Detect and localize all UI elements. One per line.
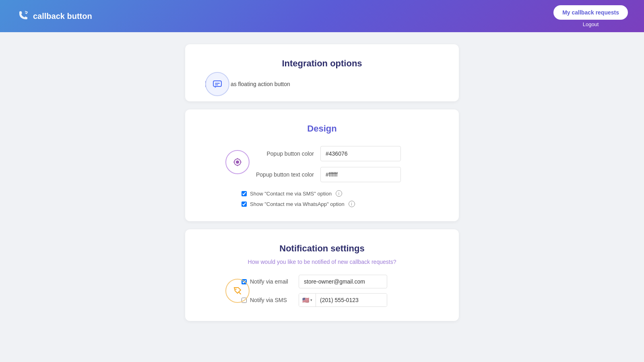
design-icon [232, 156, 243, 168]
whatsapp-option-row[interactable]: Show "Contact me via WhatsApp" option i [242, 201, 439, 207]
main-content: Integration options Show as floating act… [177, 44, 467, 321]
phone-icon [16, 10, 29, 23]
whatsapp-option-label: Show "Contact me via WhatsApp" option [250, 201, 345, 207]
integration-icon-circle [205, 72, 229, 96]
popup-text-color-label: Popup button text color [242, 171, 314, 178]
email-row: Notify via email [242, 275, 439, 288]
notification-card: Notification settings How would you like… [185, 229, 459, 321]
flag-emoji: 🇺🇸 [302, 297, 309, 303]
sms-checkbox-label[interactable]: Notify via SMS [242, 297, 294, 303]
tag-icon [232, 285, 243, 296]
whatsapp-option-checkbox[interactable] [242, 202, 247, 207]
header: callback button My callback requests Log… [0, 0, 644, 32]
design-checkbox-options: Show "Contact me via SMS" option i Show … [242, 190, 439, 207]
sms-option-label: Show "Contact me via SMS" option [250, 191, 332, 197]
whatsapp-info-icon[interactable]: i [349, 201, 355, 207]
notification-title: Notification settings [205, 243, 439, 254]
svg-rect-2 [215, 84, 218, 85]
svg-point-4 [236, 160, 239, 164]
flag-selector[interactable]: 🇺🇸 ▾ [299, 294, 316, 306]
logo-text: callback button [33, 12, 92, 21]
svg-rect-1 [215, 83, 220, 84]
popup-color-text[interactable] [321, 147, 401, 160]
notification-form: Notify via email Notify via SMS 🇺🇸 ▾ [242, 275, 439, 307]
email-input[interactable] [299, 275, 387, 288]
design-title: Design [205, 123, 439, 134]
header-right: My callback requests Logout [553, 5, 628, 27]
design-card: Design Popup button color [185, 109, 459, 221]
integration-card: Integration options Show as floating act… [185, 44, 459, 101]
notification-subtitle: How would you like to be notified of new… [205, 259, 439, 265]
popup-text-color-text[interactable] [321, 168, 401, 181]
sms-info-icon[interactable]: i [336, 190, 342, 197]
email-checkbox-label[interactable]: Notify via email [242, 278, 294, 285]
phone-input[interactable] [316, 294, 387, 306]
popup-text-color-row: Popup button text color [242, 167, 439, 182]
sms-row: Notify via SMS 🇺🇸 ▾ [242, 293, 439, 307]
my-callback-btn[interactable]: My callback requests [553, 5, 628, 20]
popup-text-color-input-group [320, 167, 401, 182]
logout-link[interactable]: Logout [583, 21, 599, 27]
popup-color-row: Popup button color [242, 146, 439, 161]
sms-option-checkbox[interactable] [242, 191, 247, 196]
popup-color-input-group [320, 146, 401, 161]
design-icon-circle [225, 150, 250, 174]
sms-option-row[interactable]: Show "Contact me via SMS" option i [242, 190, 439, 197]
notification-icon-circle [225, 279, 250, 303]
sms-label: Notify via SMS [250, 297, 287, 303]
chat-icon [212, 78, 223, 90]
chevron-down-icon: ▾ [310, 298, 312, 302]
email-label: Notify via email [250, 278, 288, 285]
svg-point-5 [235, 289, 237, 290]
integration-title: Integration options [205, 58, 439, 69]
design-form: Popup button color Popup button text col… [242, 146, 439, 182]
popup-color-label: Popup button color [242, 150, 314, 157]
phone-input-group: 🇺🇸 ▾ [299, 293, 387, 307]
logo: callback button [16, 10, 92, 23]
